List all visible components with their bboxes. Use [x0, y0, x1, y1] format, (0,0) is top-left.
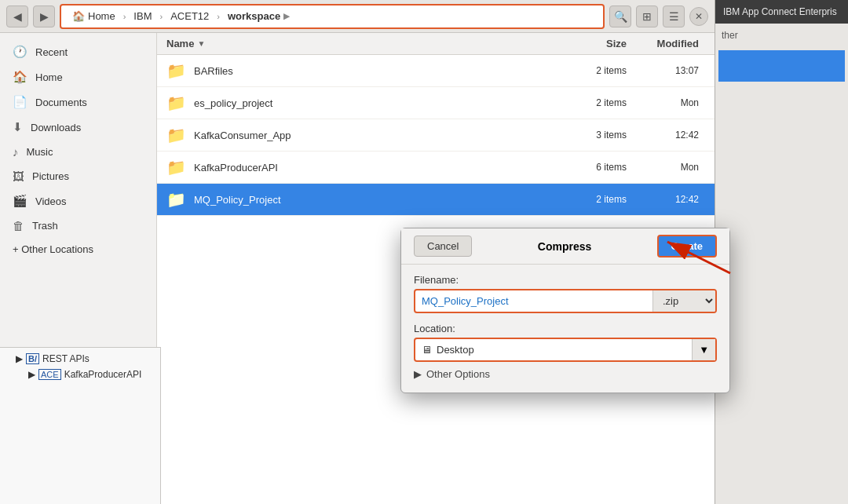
dialog-overlay: Cancel Compress Create Filename: .zip .t…	[0, 0, 848, 504]
other-options-row[interactable]: ▶ Other Options	[414, 362, 717, 383]
cancel-button[interactable]: Cancel	[414, 236, 472, 257]
extension-select[interactable]: .zip .tar.gz .tar.bz2 .tar.xz	[652, 290, 715, 312]
dialog-title: Compress	[478, 240, 650, 253]
location-row: 🖥 Desktop ▼	[414, 338, 717, 362]
filename-input[interactable]	[415, 290, 648, 312]
location-select-display: 🖥 Desktop	[415, 339, 687, 360]
create-button[interactable]: Create	[657, 235, 717, 257]
other-options-arrow-icon: ▶	[414, 368, 422, 380]
location-label: Location:	[414, 323, 717, 334]
desktop-icon: 🖥	[422, 344, 432, 356]
dialog-body: Filename: .zip .tar.gz .tar.bz2 .tar.xz …	[401, 265, 729, 393]
dialog-buttons-top: Cancel Compress Create	[401, 228, 729, 265]
compress-dialog: Cancel Compress Create Filename: .zip .t…	[400, 228, 730, 393]
location-dropdown-button[interactable]: ▼	[692, 339, 715, 360]
filename-row: .zip .tar.gz .tar.bz2 .tar.xz	[414, 289, 717, 313]
filename-label: Filename:	[414, 274, 717, 286]
